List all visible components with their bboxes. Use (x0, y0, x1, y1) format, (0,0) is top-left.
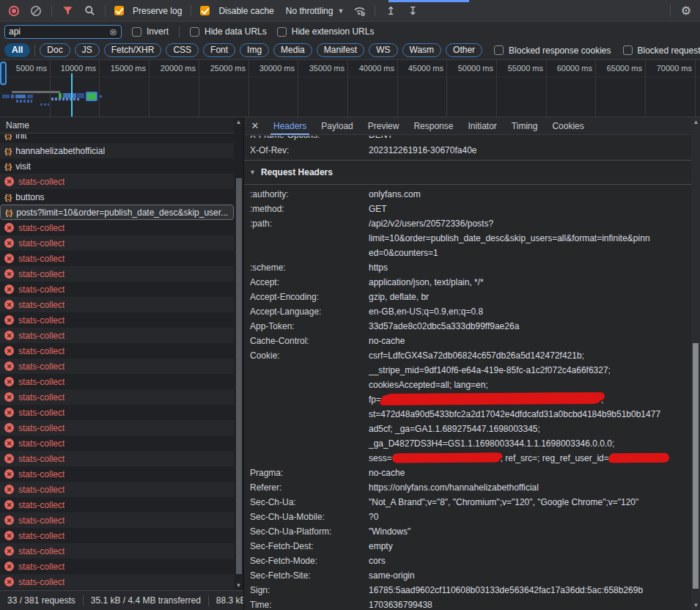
network-conditions-icon[interactable] (353, 4, 366, 18)
request-row[interactable]: ✕stats-collect (0, 389, 234, 405)
request-row[interactable]: ✕stats-collect (0, 466, 234, 482)
type-filter-ws[interactable]: WS (369, 43, 397, 57)
filter-funnel-icon[interactable] (61, 4, 74, 18)
request-row[interactable]: ✕stats-collect (0, 420, 234, 436)
scrollbar-thumb[interactable] (236, 178, 242, 574)
request-row[interactable]: ✕stats-collect (0, 343, 234, 359)
request-row[interactable]: ✕stats-collect (0, 220, 234, 235)
request-row[interactable]: ✕stats-collect (0, 174, 234, 189)
request-row[interactable]: ✕stats-collect (0, 512, 234, 528)
tab-cookies[interactable]: Cookies (545, 117, 591, 135)
header-row: Pragma:no-cache (244, 466, 691, 480)
import-har-icon[interactable]: ↥ (384, 4, 397, 18)
request-name: stats-collect (18, 438, 65, 449)
tab-response[interactable]: Response (406, 117, 460, 135)
tab-preview[interactable]: Preview (361, 117, 407, 135)
disable-cache-checkbox[interactable] (200, 6, 210, 15)
record-icon[interactable] (7, 4, 21, 18)
header-value: 16785:5aad9602cf110608b03133de563642fac1… (369, 583, 688, 598)
request-name: stats-collect (18, 562, 65, 572)
export-har-icon[interactable]: ↧ (406, 4, 419, 18)
tab-payload[interactable]: Payload (314, 117, 360, 135)
scroll-up-icon[interactable]: ▲ (691, 117, 700, 127)
type-filter-css[interactable]: CSS (166, 43, 199, 57)
request-row[interactable]: ✕stats-collect (0, 297, 234, 312)
timeline-selection-handle[interactable] (0, 62, 7, 85)
timeline-tick-label: 15000 ms (97, 64, 146, 73)
type-filter-img[interactable]: Img (240, 43, 269, 57)
redaction-scribble (392, 452, 501, 463)
request-row[interactable]: ✕stats-collect (0, 328, 234, 343)
type-filter-font[interactable]: Font (203, 43, 235, 57)
detail-scrollbar[interactable]: ▲ ▼ (691, 117, 700, 610)
request-list-scrollbar[interactable]: ▲ ▼ (234, 117, 243, 590)
scroll-down-icon[interactable]: ▼ (234, 581, 243, 590)
request-headers-section[interactable]: ▼ Request Headers (244, 163, 691, 182)
settings-gear-icon[interactable]: ⚙ (679, 4, 693, 18)
search-icon[interactable] (83, 4, 96, 18)
filter-input[interactable] (9, 26, 109, 37)
clear-icon[interactable] (29, 4, 43, 18)
request-row[interactable]: ✕stats-collect (0, 359, 234, 374)
throttling-select[interactable]: No throttling ▼ (286, 6, 345, 16)
scroll-up-icon[interactable]: ▲ (234, 117, 243, 127)
tab-initiator[interactable]: Initiator (460, 117, 504, 135)
type-filter-fetchxhr[interactable]: Fetch/XHR (104, 43, 162, 57)
json-icon: {:} (5, 208, 12, 217)
waterfall-bar (2, 95, 10, 98)
header-row: Accept-Encoding:gzip, deflate, br (244, 290, 691, 304)
request-row[interactable]: {:}visit (0, 158, 234, 174)
type-filter-doc[interactable]: Doc (40, 43, 70, 57)
timeline-overview[interactable]: 5000 ms10000 ms15000 ms20000 ms25000 ms3… (0, 60, 700, 117)
header-value: application/json, text/plain, */* (369, 275, 688, 290)
request-row[interactable]: ✕stats-collect (0, 559, 234, 574)
request-row[interactable]: ✕stats-collect (0, 374, 234, 389)
request-row[interactable]: ✕stats-collect (0, 451, 234, 466)
preserve-log-checkbox[interactable] (114, 6, 124, 15)
request-row[interactable]: ✕stats-collect (0, 312, 234, 328)
request-row[interactable]: ✕stats-collect (0, 235, 234, 251)
request-name: stats-collect (18, 300, 65, 310)
type-filter-js[interactable]: JS (75, 43, 100, 57)
close-icon[interactable]: ✕ (244, 120, 266, 131)
request-row[interactable]: ✕stats-collect (0, 251, 234, 266)
hide-data-urls-checkbox[interactable] (190, 27, 199, 37)
header-row: :path:/api2/v2/users/20572336/posts?limi… (244, 216, 691, 260)
request-row[interactable]: {:}buttons (0, 189, 234, 205)
request-row[interactable]: {:}posts?limit=10&order=publish_date_des… (0, 205, 234, 220)
detail-tabbar: ✕ HeadersPayloadPreviewResponseInitiator… (244, 117, 700, 135)
request-row[interactable]: ✕stats-collect (0, 436, 234, 451)
request-row[interactable]: ✕stats-collect (0, 266, 234, 282)
request-row[interactable]: {:}init (0, 134, 234, 143)
request-row[interactable]: {:}hannahelizabethofficial (0, 143, 234, 158)
blocked-requests-checkbox[interactable] (623, 45, 633, 55)
request-row[interactable]: ✕stats-collect (0, 543, 234, 559)
type-filter-manifest[interactable]: Manifest (317, 43, 364, 57)
type-filter-media[interactable]: Media (273, 43, 312, 57)
request-row[interactable]: ✕stats-collect (0, 497, 234, 512)
timeline-tick-label: 55000 ms (495, 64, 543, 73)
timeline-tick-label: 20000 ms (147, 64, 196, 73)
request-name: stats-collect (18, 423, 65, 433)
type-filter-wasm[interactable]: Wasm (402, 43, 442, 57)
request-row[interactable]: ✕stats-collect (0, 282, 234, 297)
request-row[interactable]: ✕stats-collect (0, 405, 234, 420)
tab-timing[interactable]: Timing (504, 117, 545, 135)
error-icon: ✕ (4, 408, 14, 417)
blocked-response-cookies-checkbox[interactable] (494, 45, 504, 55)
type-filter-all[interactable]: All (4, 43, 30, 57)
request-row[interactable]: ✕stats-collect (0, 482, 234, 497)
hide-extension-urls-checkbox[interactable] (277, 27, 287, 37)
record-icon-svg (8, 5, 20, 17)
scrollbar-thumb[interactable] (693, 343, 699, 589)
invert-checkbox[interactable] (132, 27, 141, 37)
clear-filter-icon[interactable]: ⊗ (109, 26, 117, 37)
request-row[interactable]: ✕stats-collect (0, 574, 234, 589)
name-column-header[interactable]: Name (0, 117, 243, 133)
type-filter-other[interactable]: Other (446, 43, 482, 57)
section-title: Request Headers (261, 167, 333, 177)
header-value: DENY (369, 136, 688, 142)
tab-headers[interactable]: Headers (266, 117, 314, 135)
request-row[interactable]: ✕stats-collect (0, 528, 234, 543)
scroll-down-icon[interactable]: ▼ (691, 600, 700, 610)
